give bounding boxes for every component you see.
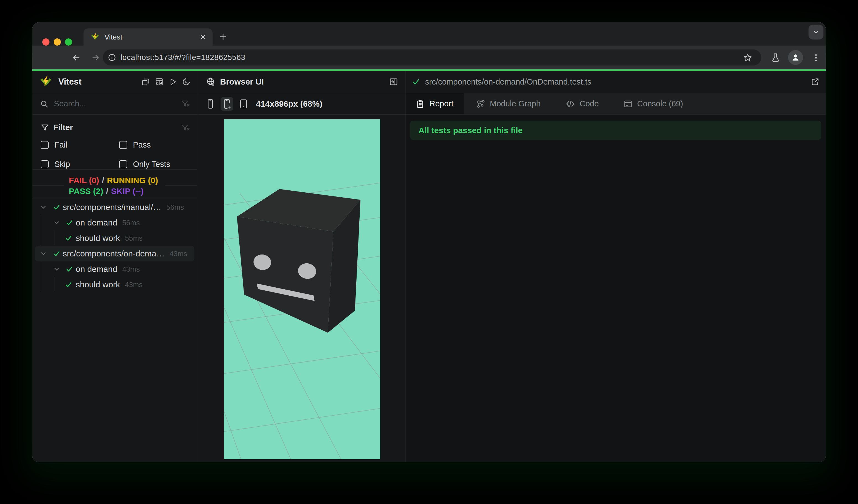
- dark-mode-moon-icon[interactable]: [182, 78, 190, 86]
- test-duration: 43ms: [125, 280, 143, 289]
- browser-ui-panel: Browser UI 414x896px (68%): [197, 71, 406, 462]
- fail-checkbox[interactable]: [41, 141, 49, 149]
- browser-ui-title: Browser UI: [220, 77, 264, 86]
- bookmark-star-icon[interactable]: [743, 53, 752, 63]
- test-stats: FAIL (0)/RUNNING (0) PASS (2)/SKIP (--): [32, 170, 197, 198]
- filter-option-skip[interactable]: Skip: [41, 160, 70, 169]
- pass-check-icon: [66, 219, 73, 226]
- fail-count: FAIL (0): [69, 176, 99, 185]
- browser-menu-icon[interactable]: [811, 53, 821, 63]
- chevron-down-icon[interactable]: [53, 219, 60, 226]
- minimize-window-button[interactable]: [54, 38, 61, 46]
- forward-icon[interactable]: [91, 53, 100, 63]
- tree-row-test[interactable]: should work 55ms: [32, 230, 197, 246]
- tree-row-file[interactable]: src/components/manual/… 56ms: [32, 199, 197, 215]
- test-duration: 55ms: [125, 234, 143, 243]
- pass-check-icon: [65, 234, 72, 242]
- pass-check-icon: [53, 250, 60, 257]
- test-duration: 56ms: [122, 218, 140, 227]
- pass-check-icon: [66, 265, 73, 273]
- back-icon[interactable]: [72, 53, 81, 63]
- browser-toolbar: localhost:5173/#/?file=1828625563: [32, 46, 826, 69]
- address-bar[interactable]: localhost:5173/#/?file=1828625563: [103, 49, 761, 65]
- tree-row-test[interactable]: should work 43ms: [32, 277, 197, 292]
- collapse-windows-icon[interactable]: [142, 78, 150, 86]
- tab-search-chevron-button[interactable]: [809, 25, 824, 39]
- tab-module-graph[interactable]: Module Graph: [464, 93, 553, 114]
- tab-strip: Vitest: [32, 22, 826, 46]
- tab-report[interactable]: Report: [406, 93, 464, 114]
- code-brackets-icon: [566, 99, 575, 109]
- tree-row-suite[interactable]: on demand 43ms: [32, 261, 197, 277]
- preview-container: [197, 115, 405, 462]
- test-duration: 43ms: [170, 249, 187, 258]
- stats-separator: /: [103, 186, 111, 196]
- traffic-lights: [42, 38, 72, 46]
- experiments-flask-icon[interactable]: [771, 53, 780, 63]
- chevron-down-icon[interactable]: [40, 250, 47, 257]
- clear-search-filter-icon[interactable]: [181, 99, 190, 108]
- file-pass-check-icon: [412, 78, 420, 86]
- run-all-icon[interactable]: [169, 78, 177, 86]
- skip-count: SKIP (--): [111, 186, 144, 196]
- stats-divider-right: [165, 185, 197, 186]
- stats-divider-left: [32, 185, 64, 186]
- report-content: All tests passed in this file: [406, 115, 826, 462]
- pass-check-icon: [53, 204, 60, 211]
- filter-section: Filter Fail Pass Skip: [32, 115, 197, 170]
- filter-option-pass[interactable]: Pass: [119, 140, 150, 149]
- all-tests-passed-banner: All tests passed in this file: [410, 121, 821, 140]
- test-preview-iframe[interactable]: [224, 119, 380, 459]
- pass-check-icon: [65, 281, 72, 288]
- dashboard-icon[interactable]: [155, 78, 163, 86]
- filter-option-fail[interactable]: Fail: [41, 140, 67, 149]
- browser-tab[interactable]: Vitest: [83, 29, 212, 46]
- running-count: RUNNING (0): [107, 176, 158, 185]
- viewport-size-label: 414x896px (68%): [256, 99, 322, 109]
- profile-avatar[interactable]: [788, 50, 803, 65]
- device-tablet-button[interactable]: [237, 97, 250, 111]
- pass-count: PASS (2): [69, 186, 103, 196]
- browser-window: Vitest localhost:5173/#/?file=1828625563: [32, 22, 826, 462]
- filter-option-only-tests[interactable]: Only Tests: [119, 160, 170, 169]
- panel-open-right-icon[interactable]: [389, 77, 398, 86]
- filter-title: Filter: [53, 123, 73, 132]
- clear-filters-icon[interactable]: [181, 124, 190, 132]
- chevron-down-icon[interactable]: [40, 204, 47, 211]
- url-text: localhost:5173/#/?file=1828625563: [121, 53, 245, 62]
- zoom-window-button[interactable]: [65, 38, 72, 46]
- vitest-logo-icon: [39, 76, 52, 88]
- report-tab-bar: Report Module Graph Code: [406, 93, 826, 115]
- chevron-down-icon[interactable]: [53, 265, 60, 273]
- device-phone-small-button[interactable]: [204, 97, 217, 111]
- tab-console[interactable]: Console (69): [611, 93, 696, 114]
- robot-cube-scene: [224, 119, 380, 459]
- globe-icon: [206, 77, 215, 86]
- stats-separator: /: [99, 176, 107, 185]
- test-duration: 43ms: [122, 265, 140, 274]
- tree-row-file-selected[interactable]: src/components/on-dema… 43ms: [35, 246, 194, 261]
- vitest-favicon: [91, 33, 99, 42]
- report-panel: src/components/on-demand/OnDemand.test.t…: [406, 71, 826, 462]
- only-tests-checkbox[interactable]: [119, 160, 127, 168]
- close-tab-icon[interactable]: [199, 33, 206, 40]
- filter-funnel-icon: [41, 124, 49, 132]
- new-tab-icon[interactable]: [219, 32, 227, 41]
- search-input[interactable]: [54, 99, 181, 108]
- report-clipboard-icon: [416, 99, 425, 108]
- sidebar: Vitest: [32, 71, 197, 462]
- console-terminal-icon: [624, 99, 633, 108]
- search-icon: [40, 100, 48, 108]
- open-file-path[interactable]: src/components/on-demand/OnDemand.test.t…: [425, 77, 591, 86]
- close-window-button[interactable]: [42, 38, 49, 46]
- external-link-icon[interactable]: [811, 77, 820, 86]
- skip-checkbox[interactable]: [41, 160, 49, 168]
- device-phone-plus-button[interactable]: [221, 97, 233, 111]
- tab-code[interactable]: Code: [553, 93, 611, 114]
- pass-checkbox[interactable]: [119, 141, 127, 149]
- test-duration: 56ms: [166, 203, 184, 212]
- tab-title: Vitest: [105, 33, 199, 42]
- app-title: Vitest: [58, 77, 81, 87]
- site-info-icon[interactable]: [108, 53, 116, 62]
- tree-row-suite[interactable]: on demand 56ms: [32, 215, 197, 230]
